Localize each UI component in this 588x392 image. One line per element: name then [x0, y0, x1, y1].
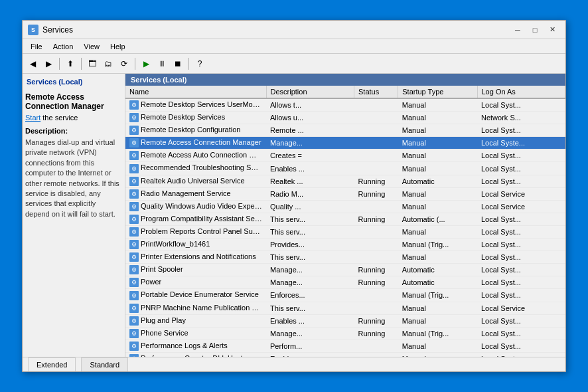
service-status-cell: [354, 98, 398, 112]
stop-button[interactable]: ⏹: [171, 56, 185, 71]
table-row[interactable]: ⚙Problem Reports Control Panel SupportTh…: [125, 225, 565, 238]
table-row[interactable]: ⚙Plug and PlayEnables ...RunningManualLo…: [125, 314, 565, 327]
service-startup-cell: Manual: [398, 314, 477, 327]
refresh-button[interactable]: ⟳: [117, 56, 131, 71]
service-icon: ⚙: [129, 278, 139, 287]
service-status-cell: Running: [354, 276, 398, 289]
service-icon: ⚙: [129, 177, 139, 186]
service-icon: ⚙: [129, 113, 139, 122]
service-icon: ⚙: [129, 202, 139, 211]
close-button[interactable]: ✕: [544, 24, 560, 36]
service-desc-cell: This serv...: [266, 225, 354, 238]
show-hide-button[interactable]: 🗔: [85, 56, 100, 71]
services-header: Services (Local): [125, 74, 565, 86]
col-header-name[interactable]: Name: [125, 86, 266, 98]
service-startup-cell: Manual (Trig...: [398, 239, 477, 251]
col-header-desc[interactable]: Description: [266, 86, 354, 98]
service-icon: ⚙: [129, 164, 139, 173]
left-panel-title[interactable]: Services (Local): [25, 76, 122, 87]
tree-button[interactable]: 🗂: [101, 56, 115, 71]
service-logon-cell: Local Service: [477, 302, 565, 314]
separator-1: [59, 58, 60, 70]
service-desc-cell: Creates =: [266, 149, 354, 162]
service-icon: ⚙: [129, 316, 139, 326]
service-desc-cell: Enables ...: [266, 162, 354, 175]
service-icon: ⚙: [129, 151, 139, 160]
table-row[interactable]: ⚙Remote Desktop ConfigurationRemote ...M…: [125, 124, 565, 137]
service-name-label: PrintWorkflow_b1461: [141, 240, 210, 248]
help-button[interactable]: ?: [192, 56, 207, 71]
table-row[interactable]: ⚙Realtek Audio Universal ServiceRealtek …: [125, 175, 565, 187]
table-row[interactable]: ⚙Performance Counter DLL HostEnables ...…: [125, 352, 565, 357]
table-row[interactable]: ⚙Remote Desktop ServicesAllows u...Manua…: [125, 112, 565, 124]
separator-4: [188, 58, 189, 70]
service-name-label: Performance Logs & Alerts: [141, 342, 228, 349]
service-logon-cell: Local Syst...: [477, 314, 565, 327]
table-row[interactable]: ⚙Radio Management ServiceRadio M...Runni…: [125, 187, 565, 200]
table-row[interactable]: ⚙PNRP Machine Name Publication ServiceTh…: [125, 302, 565, 314]
tab-extended[interactable]: Extended: [28, 357, 76, 371]
service-desc-cell: Remote ...: [266, 124, 354, 137]
table-row[interactable]: ⚙Portable Device Enumerator ServiceEnfor…: [125, 289, 565, 302]
service-name-label: Remote Desktop Services: [141, 113, 225, 121]
table-row[interactable]: ⚙Print SpoolerManage...RunningAutomaticL…: [125, 264, 565, 276]
menu-action[interactable]: Action: [48, 41, 79, 52]
back-button[interactable]: ◀: [25, 56, 40, 71]
service-icon: ⚙: [129, 100, 139, 110]
service-icon: ⚙: [129, 240, 139, 249]
service-name-cell: ⚙Plug and Play: [125, 314, 266, 327]
service-desc-cell: Enables ...: [266, 314, 354, 327]
table-container[interactable]: Name Description Status Startup Type Log…: [125, 86, 565, 357]
left-panel: Services (Local) Remote Access Connectio…: [23, 74, 125, 357]
service-name-cell: ⚙PNRP Machine Name Publication Service: [125, 302, 266, 314]
minimize-button[interactable]: ─: [510, 24, 526, 36]
table-row[interactable]: ⚙Remote Access Auto Connection ManagerCr…: [125, 149, 565, 162]
service-logon-cell: Local Syst...: [477, 340, 565, 352]
col-header-logon[interactable]: Log On As: [477, 86, 565, 98]
service-status-cell: [354, 112, 398, 124]
service-icon: ⚙: [129, 189, 139, 199]
service-startup-cell: Manual: [398, 112, 477, 124]
start-suffix: the service: [40, 114, 78, 122]
table-row[interactable]: ⚙Remote Access Connection ManagerManage.…: [125, 137, 565, 149]
col-header-startup[interactable]: Startup Type: [398, 86, 477, 98]
table-row[interactable]: ⚙PowerManage...RunningAutomaticLocal Sys…: [125, 276, 565, 289]
table-row[interactable]: ⚙Printer Extensions and NotificationsThi…: [125, 251, 565, 264]
col-header-status[interactable]: Status: [354, 86, 398, 98]
table-row[interactable]: ⚙PrintWorkflow_b1461Provides...Manual (T…: [125, 239, 565, 251]
service-startup-cell: Manual: [398, 225, 477, 238]
table-row[interactable]: ⚙Recommended Troubleshooting ServiceEnab…: [125, 162, 565, 175]
table-row[interactable]: ⚙Performance Logs & AlertsPerform...Manu…: [125, 340, 565, 352]
service-status-cell: [354, 352, 398, 357]
pause-button[interactable]: ⏸: [155, 56, 169, 71]
forward-button[interactable]: ▶: [41, 56, 56, 71]
service-name-label: Remote Desktop Configuration: [141, 126, 240, 134]
service-name-cell: ⚙Print Spooler: [125, 264, 266, 276]
start-link[interactable]: Start: [25, 114, 40, 122]
up-button[interactable]: ⬆: [63, 56, 78, 71]
table-header-row: Name Description Status Startup Type Log…: [125, 86, 565, 98]
service-name-label: Remote Desktop Services UserMode Port Re…: [141, 100, 266, 108]
table-row[interactable]: ⚙Program Compatibility Assistant Service…: [125, 213, 565, 225]
service-name-label: Plug and Play: [141, 316, 186, 324]
service-icon: ⚙: [129, 329, 139, 338]
table-row[interactable]: ⚙Phone ServiceManage...RunningManual (Tr…: [125, 327, 565, 340]
menu-file[interactable]: File: [25, 41, 48, 52]
service-startup-cell: Manual: [398, 124, 477, 137]
menu-view[interactable]: View: [78, 41, 105, 52]
tab-standard[interactable]: Standard: [81, 357, 128, 371]
maximize-button[interactable]: □: [527, 24, 543, 36]
service-startup-cell: Manual (Trig...: [398, 289, 477, 302]
main-content: Services (Local) Remote Access Connectio…: [23, 74, 565, 357]
menu-help[interactable]: Help: [105, 41, 131, 52]
service-logon-cell: Local Syst...: [477, 225, 565, 238]
service-name-cell: ⚙Remote Desktop Configuration: [125, 124, 266, 137]
service-icon: ⚙: [129, 252, 139, 262]
service-desc-cell: Enables ...: [266, 352, 354, 357]
table-row[interactable]: ⚙Remote Desktop Services UserMode Port R…: [125, 98, 565, 112]
service-desc-cell: Manage...: [266, 264, 354, 276]
table-row[interactable]: ⚙Quality Windows Audio Video ExperienceQ…: [125, 200, 565, 213]
service-name-cell: ⚙Performance Logs & Alerts: [125, 340, 266, 352]
toolbar: ◀ ▶ ⬆ 🗔 🗂 ⟳ ▶ ⏸ ⏹ ?: [23, 54, 565, 74]
start-button[interactable]: ▶: [139, 56, 153, 71]
